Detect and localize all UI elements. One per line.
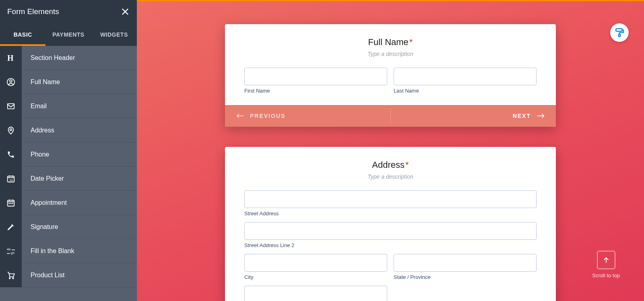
field-card-address[interactable]: Address* Type a description Street Addre…	[225, 147, 556, 301]
element-fill-blank[interactable]: Abgh Fill in the Blank	[0, 239, 137, 263]
elements-list[interactable]: H Section Header Full Name Email Address	[0, 46, 137, 301]
element-email[interactable]: Email	[0, 94, 137, 118]
required-mark: *	[409, 37, 413, 47]
element-phone[interactable]: Phone	[0, 142, 137, 167]
arrow-right-icon	[537, 113, 545, 119]
last-name-sublabel: Last Name	[394, 88, 537, 94]
scroll-to-top-button[interactable]: Scroll to top	[592, 251, 620, 278]
form-elements-sidebar: Form Elements BASIC PAYMENTS WIDGETS H S…	[0, 0, 137, 301]
first-name-sublabel: First Name	[244, 88, 387, 94]
svg-text:H: H	[7, 54, 14, 62]
city-input[interactable]	[244, 254, 387, 272]
state-input[interactable]	[394, 254, 537, 272]
fill-blank-icon: Abgh	[0, 239, 22, 263]
element-label: Email	[22, 103, 47, 110]
user-icon	[0, 70, 22, 94]
svg-rect-18	[12, 203, 13, 204]
svg-rect-16	[9, 203, 10, 204]
sidebar-header: Form Elements	[0, 0, 137, 23]
city-sublabel: City	[244, 274, 387, 280]
element-label: Appointment	[22, 199, 67, 206]
sidebar-tabs: BASIC PAYMENTS WIDGETS	[0, 23, 137, 46]
previous-button[interactable]: PREVIOUS	[225, 105, 390, 127]
element-product-list[interactable]: Product List	[0, 263, 137, 287]
state-sublabel: State / Province	[394, 274, 537, 280]
element-label: Date Picker	[22, 175, 64, 182]
scroll-to-top-label: Scroll to top	[592, 272, 620, 278]
element-full-name[interactable]: Full Name	[0, 70, 137, 94]
element-label: Fill in the Blank	[22, 247, 74, 255]
element-label: Full Name	[22, 78, 60, 86]
form-designer-button[interactable]	[610, 23, 629, 42]
svg-point-23	[9, 277, 10, 278]
element-section-header[interactable]: H Section Header	[0, 46, 137, 70]
required-mark: *	[405, 160, 409, 170]
street-address-2-input[interactable]	[244, 222, 537, 240]
element-label: Product List	[22, 272, 64, 279]
pin-icon	[0, 118, 22, 142]
svg-point-24	[12, 277, 14, 278]
element-label: Address	[22, 127, 54, 134]
calendar-icon: 10	[0, 167, 22, 191]
close-icon[interactable]	[121, 7, 130, 16]
element-signature[interactable]: Signature	[0, 215, 137, 239]
field-description[interactable]: Type a description	[244, 173, 537, 180]
svg-rect-27	[616, 29, 622, 31]
svg-rect-28	[619, 34, 620, 36]
field-title-text: Address	[372, 160, 405, 170]
svg-rect-5	[8, 103, 14, 109]
arrow-left-icon	[236, 113, 244, 119]
tab-basic[interactable]: BASIC	[0, 23, 45, 46]
sidebar-title: Form Elements	[7, 7, 59, 16]
svg-text:Ab: Ab	[7, 247, 11, 251]
element-label: Phone	[22, 151, 49, 158]
phone-icon	[0, 142, 22, 167]
field-title: Address*	[244, 160, 537, 170]
svg-point-4	[10, 80, 12, 82]
svg-text:10: 10	[9, 178, 12, 181]
card-nav: PREVIOUS NEXT	[225, 105, 556, 127]
element-label: Section Header	[22, 54, 75, 62]
tab-payments[interactable]: PAYMENTS	[45, 23, 91, 46]
element-date-picker[interactable]: 10 Date Picker	[0, 167, 137, 191]
paint-roller-icon	[614, 27, 625, 38]
form-canvas[interactable]: Full Name* Type a description First Name…	[137, 0, 644, 301]
postal-input[interactable]	[244, 286, 387, 301]
appointment-icon	[0, 191, 22, 215]
field-description[interactable]: Type a description	[244, 51, 537, 57]
last-name-input[interactable]	[394, 68, 537, 85]
heading-icon: H	[0, 46, 22, 70]
previous-label: PREVIOUS	[250, 113, 285, 119]
next-label: NEXT	[513, 113, 531, 119]
first-name-input[interactable]	[244, 68, 387, 85]
street2-sublabel: Street Address Line 2	[244, 242, 537, 248]
street-sublabel: Street Address	[244, 210, 537, 216]
arrow-up-icon	[602, 256, 611, 264]
svg-text:gh: gh	[11, 251, 14, 255]
next-button[interactable]: NEXT	[390, 105, 556, 127]
field-title: Full Name*	[244, 37, 537, 47]
tab-widgets[interactable]: WIDGETS	[91, 23, 137, 46]
svg-rect-17	[10, 203, 12, 204]
field-title-text: Full Name	[368, 37, 409, 47]
cart-icon	[0, 263, 22, 287]
mail-icon	[0, 94, 22, 118]
svg-point-6	[10, 128, 12, 130]
element-label: Signature	[22, 223, 58, 231]
pen-icon	[0, 215, 22, 239]
element-appointment[interactable]: Appointment	[0, 191, 137, 215]
element-address[interactable]: Address	[0, 118, 137, 142]
field-card-full-name[interactable]: Full Name* Type a description First Name…	[225, 24, 556, 127]
street-address-input[interactable]	[244, 190, 537, 208]
